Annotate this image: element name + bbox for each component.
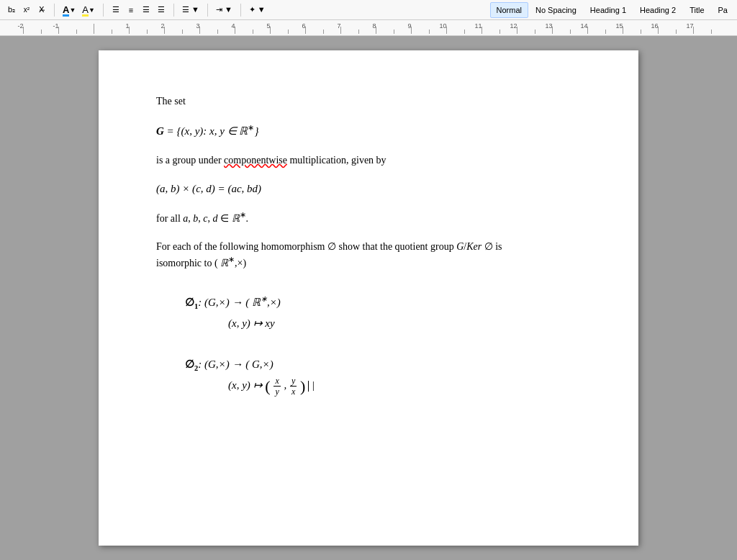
toolbar-font-color: A ▼ A ▼ — [58, 2, 99, 18]
math-Ker: Ker — [466, 241, 481, 252]
toolbar-text-format: b₂ x² X̶ — [3, 2, 50, 18]
paragraph-the-set: The set — [156, 94, 581, 109]
style-heading1-button[interactable]: Heading 1 — [584, 2, 633, 18]
sep3 — [173, 4, 174, 17]
superscript-button[interactable]: x² — [19, 2, 34, 18]
math-G-ker: G — [456, 241, 464, 252]
phi2-pipe: | — [312, 379, 315, 391]
phi1-block: ∅1: (G,×) → ( ℝ∗,×) (x, y) ↦ xy — [156, 292, 581, 333]
style-heading2-button[interactable]: Heading 2 — [633, 2, 682, 18]
sep1 — [54, 4, 55, 17]
phi2-comma: , — [284, 379, 289, 391]
sep2 — [103, 4, 104, 17]
style-no-spacing-button[interactable]: No Spacing — [529, 2, 583, 18]
phi2-open-paren: ( — [265, 377, 270, 395]
special-button[interactable]: ✦ ▼ — [246, 2, 268, 18]
align-justify-button[interactable]: ☰ — [154, 2, 168, 18]
phi1-line1: ∅1: (G,×) → ( ℝ∗,×) — [185, 292, 581, 314]
align-center-button[interactable]: ≡ — [124, 2, 138, 18]
math-G-def: G = {(x, y): x, y ∈ ℝ∗} — [156, 125, 258, 137]
align-left-button[interactable]: ☰ — [109, 2, 123, 18]
math-operation: (a, b) × (c, d) = (ac, bd) — [156, 181, 581, 197]
paragraph-for-all: for all a, b, c, d ∈ ℝ∗. — [156, 209, 581, 226]
style-normal-button[interactable]: Normal — [490, 2, 528, 18]
style-title-button[interactable]: Title — [683, 2, 710, 18]
math-op-expr: (a, b) × (c, d) = (ac, bd) — [156, 183, 261, 194]
document-page[interactable]: The set G = {(x, y): x, y ∈ ℝ∗} is a gro… — [99, 50, 638, 546]
text-for-all-pre: for all — [156, 213, 183, 224]
paragraph-for-each: For each of the following homomorphism ∅… — [156, 239, 581, 271]
text-the-set: The set — [156, 96, 186, 107]
phi2-line2: (x, y) ↦ ( x y , y x ) | — [185, 376, 581, 397]
strikethrough-button[interactable]: X̶ — [35, 2, 49, 18]
phi2-frac1: x y — [273, 376, 280, 397]
math-equals: = {( — [167, 125, 185, 137]
text-space: ∅ is — [481, 241, 502, 252]
text-for-each-pre: For each of the following homomorphism ∅… — [156, 241, 456, 252]
math-Rstar3: ℝ — [220, 257, 228, 268]
ruler: -2-11234567891011121314151617 — [0, 20, 737, 36]
text-times: ,×) — [235, 257, 246, 268]
font-color-button[interactable]: A ▼ — [60, 2, 78, 18]
line-spacing-button[interactable]: ☰ ▼ — [179, 2, 202, 18]
phi2-frac2: y x — [290, 376, 297, 397]
text-multiplication: multiplication, given by — [287, 155, 386, 166]
highlight-button[interactable]: A ▼ — [79, 2, 98, 18]
toolbar-spacing: ☰ ▼ — [178, 2, 204, 18]
text-cursor — [308, 381, 309, 392]
indent-button[interactable]: ⇥ ▼ — [213, 2, 235, 18]
main-area[interactable]: The set G = {(x, y): x, y ∈ ℝ∗} is a gro… — [0, 36, 737, 560]
ruler-content: -2-11234567891011121314151617 — [0, 20, 737, 34]
math-G: G — [156, 125, 164, 137]
text-period: . — [246, 213, 249, 224]
math-Rstar2: ℝ — [232, 213, 240, 224]
align-right-button[interactable]: ☰ — [139, 2, 153, 18]
text-componentwise: componentwise — [224, 155, 287, 166]
toolbar-special: ✦ ▼ — [245, 2, 270, 18]
style-buttons: Normal No Spacing Heading 1 Heading 2 Ti… — [490, 2, 734, 18]
toolbar: b₂ x² X̶ A ▼ A ▼ ☰ ≡ ☰ ☰ ☰ ▼ ⇥ — [0, 0, 737, 20]
sep5 — [240, 4, 241, 17]
toolbar-align: ☰ ≡ ☰ ☰ — [107, 2, 170, 18]
math-star2: ∗ — [240, 211, 246, 219]
style-pa-button[interactable]: Pa — [712, 2, 734, 18]
phi1-line2: (x, y) ↦ xy — [185, 314, 581, 333]
text-is-a-group: is a group under — [156, 155, 224, 166]
text-element-of: ∈ — [218, 213, 232, 224]
sep4 — [207, 4, 208, 17]
phi2-line1: ∅2: (G,×) → ( G,×) — [185, 355, 581, 376]
math-d: d — [213, 213, 218, 224]
subscript-button[interactable]: b₂ — [4, 2, 19, 18]
paragraph-group-under: is a group under componentwise multiplic… — [156, 153, 581, 168]
math-star3: ∗ — [228, 256, 235, 263]
phi2-block: ∅2: (G,×) → ( G,×) (x, y) ↦ ( x y , y x … — [156, 355, 581, 397]
text-isomorphic: isomorphic to ( — [156, 257, 220, 268]
math-set-definition: G = {(x, y): x, y ∈ ℝ∗} — [156, 122, 581, 140]
toolbar-indent: ⇥ ▼ — [212, 2, 237, 18]
text-comma3: , — [208, 213, 213, 224]
phi2-close-paren: ) — [300, 377, 305, 395]
